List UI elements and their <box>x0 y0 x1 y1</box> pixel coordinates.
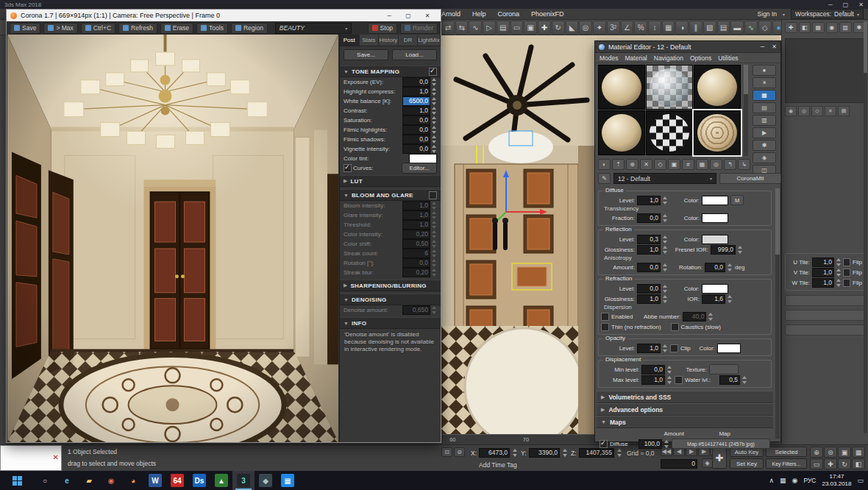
spinner[interactable] <box>663 295 668 303</box>
me-menu-item[interactable]: Modes <box>600 54 619 62</box>
spinner[interactable] <box>728 295 733 303</box>
configure-modifier-sets-icon[interactable]: ▤ <box>838 106 850 116</box>
toolbar-icon[interactable]: ⇆ <box>455 21 469 35</box>
dispersion-enabled-checkbox[interactable] <box>601 313 609 321</box>
spinner[interactable] <box>432 126 437 134</box>
taskbar-app-icon[interactable]: e <box>56 471 78 490</box>
y-coord-field[interactable]: 3390,0 <box>529 448 560 458</box>
parameter-value[interactable]: 1,0 <box>402 106 430 116</box>
bloom-enable-checkbox[interactable] <box>429 191 437 199</box>
param-value[interactable]: 0,0 <box>637 263 661 272</box>
me-tool-button[interactable]: # <box>682 159 694 170</box>
spinner[interactable] <box>432 97 437 105</box>
material-slot[interactable] <box>694 65 741 110</box>
material-type-button[interactable]: CoronaMtl <box>719 173 781 184</box>
param-value[interactable]: 1,6 <box>702 294 725 304</box>
spinner[interactable] <box>742 376 747 384</box>
viewport-nav-button[interactable]: ⊕ <box>810 447 823 458</box>
me-side-tool-button[interactable]: ▤ <box>753 102 776 113</box>
param-value[interactable]: 0,0 <box>641 365 665 374</box>
show-end-result-icon[interactable]: ◎ <box>798 106 810 116</box>
spinner[interactable] <box>708 313 714 321</box>
key-filters-button[interactable]: Key Filters... <box>766 458 807 469</box>
param-value[interactable]: 1,0 <box>641 375 665 385</box>
param-value[interactable]: 0,3 <box>637 235 661 244</box>
spinner[interactable] <box>432 221 437 229</box>
taskbar-app-icon[interactable]: ▲ <box>210 471 232 490</box>
param-value[interactable]: 1,0 <box>637 344 661 353</box>
diffuse-color-swatch[interactable] <box>702 196 728 205</box>
parameter-value[interactable]: 0,0 <box>402 125 430 135</box>
spinner[interactable] <box>432 78 437 86</box>
vfb-render-button[interactable]: Render <box>400 23 438 34</box>
toolbar-icon[interactable]: ▣ <box>524 21 537 35</box>
set-keys-button[interactable]: ✚ <box>712 447 727 469</box>
lut-section-header[interactable]: ▶ LUT <box>340 175 441 187</box>
maps-rollout[interactable]: ▼ Maps <box>597 416 773 428</box>
panel-button[interactable] <box>785 310 865 321</box>
param-value[interactable]: 1,0 <box>637 245 661 255</box>
taskbar-app-icon[interactable]: ◕ <box>122 471 144 490</box>
toolbar-icon[interactable]: % <box>634 21 647 35</box>
vfb-maximize-button[interactable]: ▢ <box>399 13 418 19</box>
vfb-tab[interactable]: Stats <box>360 35 380 46</box>
spinner[interactable] <box>617 449 622 457</box>
vfb-channel-dropdown[interactable]: BEAUTY ▾ <box>275 23 352 34</box>
menu-item[interactable]: Corona <box>498 10 520 18</box>
tray-network-icon[interactable]: ▦ <box>780 477 786 484</box>
flip-checkbox[interactable] <box>843 279 850 287</box>
viewport-nav-button[interactable]: ✚ <box>824 458 837 469</box>
tone-mapping-section-header[interactable]: ▼ TONE MAPPING <box>340 65 441 77</box>
toolbar-icon[interactable]: ◇ <box>758 21 772 35</box>
me-menu-item[interactable]: Navigation <box>654 54 683 62</box>
tray-volume-icon[interactable]: ◉ <box>792 477 798 484</box>
spinner[interactable] <box>563 449 568 457</box>
spinner[interactable] <box>432 211 437 219</box>
notification-center-icon[interactable]: ▭ <box>857 477 864 484</box>
me-side-tool-button[interactable]: ☀ <box>753 77 776 88</box>
viewport-nav-button[interactable]: ▦ <box>852 447 865 458</box>
pin-stack-icon[interactable]: ◉ <box>785 106 797 116</box>
spinner[interactable] <box>663 263 668 271</box>
me-side-tool-button[interactable]: ▶ <box>753 127 776 138</box>
vfb-toolbar-button[interactable]: Erase <box>160 23 193 34</box>
taskbar-app-icon[interactable]: 3 <box>232 471 255 490</box>
param-value[interactable]: 0,5 <box>719 375 740 385</box>
key-mode-toggle[interactable]: ◈ <box>702 458 713 468</box>
spinner[interactable] <box>667 376 672 384</box>
isolate-selection-toggle[interactable]: ⊡ <box>441 447 452 457</box>
spinner[interactable] <box>432 230 437 238</box>
taskbar-app-icon[interactable]: Ds <box>188 471 210 490</box>
spinner[interactable] <box>836 258 841 266</box>
tile-value[interactable]: 1,0 <box>812 268 834 277</box>
diffuse-map-checkbox[interactable] <box>600 440 608 448</box>
spinner[interactable] <box>663 285 668 293</box>
spinner[interactable] <box>432 269 437 277</box>
spinner[interactable] <box>432 116 437 124</box>
flip-checkbox[interactable] <box>843 258 850 266</box>
spinner[interactable] <box>432 240 437 248</box>
parameter-value[interactable]: 0,20 <box>402 230 430 239</box>
viewport-nav-button[interactable]: ◧ <box>852 458 865 469</box>
taskbar-clock[interactable]: 17:47 23.03.2018 <box>822 473 851 487</box>
toolbar-icon[interactable]: ▧ <box>703 21 716 35</box>
signin-button[interactable]: Sign In <box>758 10 777 18</box>
toolbar-icon[interactable]: ◎ <box>579 21 592 35</box>
curves-checkbox[interactable] <box>344 164 352 172</box>
z-coord-field[interactable]: 1407,355 <box>579 448 614 458</box>
taskbar-app-icon[interactable]: ◆ <box>255 471 277 490</box>
toolbar-icon[interactable]: ✦ <box>593 21 606 35</box>
sharpening-section-header[interactable]: ▶ SHARPENING/BLURRING <box>340 280 441 291</box>
caustics-checkbox[interactable] <box>671 323 679 331</box>
parameter-value[interactable]: 1,0 <box>402 87 430 96</box>
tone-mapping-enable-checkbox[interactable] <box>429 68 437 76</box>
me-tool-button[interactable]: ↰ <box>724 159 736 170</box>
tile-value[interactable]: 1,0 <box>812 258 834 267</box>
param-value[interactable]: 40,0 <box>683 312 706 322</box>
reflection-color-swatch[interactable] <box>702 235 728 244</box>
translucency-color-swatch[interactable] <box>702 213 728 223</box>
parameter-value[interactable]: 1,0 <box>402 210 430 220</box>
parameter-value[interactable]: 0,50 <box>402 239 430 249</box>
spinner[interactable] <box>728 263 733 271</box>
bloom-glare-section-header[interactable]: ▼ BLOOM AND GLARE <box>340 189 441 201</box>
